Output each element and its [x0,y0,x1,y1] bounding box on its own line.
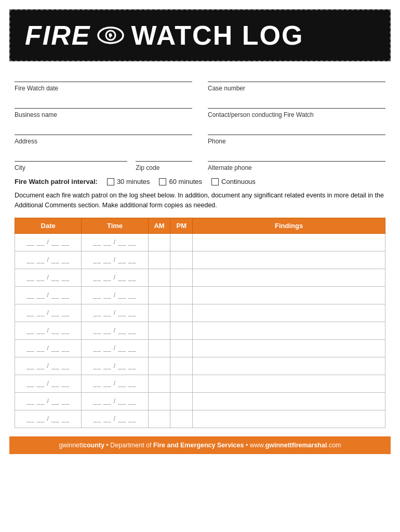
cell-pm[interactable] [170,251,193,269]
cell-findings[interactable] [193,339,385,357]
table-row: __ __ / __ __ __ __ / __ __ [15,339,385,357]
cell-findings[interactable] [193,286,385,304]
case-number-label: Case number [208,85,385,92]
fire-watch-date-input[interactable] [15,71,192,82]
cell-date[interactable]: __ __ / __ __ [15,286,82,304]
patrol-30min-checkbox[interactable] [107,178,114,185]
table-row: __ __ / __ __ __ __ / __ __ [15,269,385,286]
patrol-60min-option[interactable]: 60 minutes [159,178,202,185]
cell-findings[interactable] [193,269,385,286]
cell-time[interactable]: __ __ / __ __ [82,375,148,392]
phone-input[interactable] [208,124,385,135]
city-label: City [15,164,127,171]
fire-watch-date-label: Fire Watch date [15,85,192,92]
cell-pm[interactable] [170,375,193,392]
cell-am[interactable] [148,392,170,410]
instructions-text: Document each fire watch patrol on the l… [15,191,385,210]
cell-am[interactable] [148,410,170,428]
patrol-continuous-checkbox[interactable] [211,178,219,185]
cell-pm[interactable] [170,357,193,375]
case-number-field: Case number [208,71,385,92]
table-row: __ __ / __ __ __ __ / __ __ [15,322,385,339]
cell-pm[interactable] [170,392,193,410]
cell-time[interactable]: __ __ / __ __ [82,392,148,410]
patrol-continuous-option[interactable]: Continuous [211,178,256,185]
zip-field: Zip code [136,150,192,171]
footer-bar: gwinnettcounty • Department of Fire and … [9,436,391,454]
patrol-60min-label: 60 minutes [169,178,202,185]
zip-input[interactable] [136,150,192,162]
zip-label: Zip code [136,164,192,171]
cell-pm[interactable] [170,322,193,339]
cell-am[interactable] [148,269,170,286]
cell-findings[interactable] [193,322,385,339]
col-header-pm: PM [170,218,193,233]
business-name-input[interactable] [15,97,192,109]
cell-findings[interactable] [193,410,385,428]
cell-date[interactable]: __ __ / __ __ [15,357,82,375]
cell-date[interactable]: __ __ / __ __ [15,304,82,322]
cell-findings[interactable] [193,251,385,269]
form-area: Fire Watch date Case number Business nam… [0,61,400,436]
table-row: __ __ / __ __ __ __ / __ __ [15,286,385,304]
cell-time[interactable]: __ __ / __ __ [82,233,148,251]
cell-pm[interactable] [170,233,193,251]
table-row: __ __ / __ __ __ __ / __ __ [15,304,385,322]
address-input[interactable] [15,124,192,135]
table-row: __ __ / __ __ __ __ / __ __ [15,233,385,251]
cell-findings[interactable] [193,392,385,410]
cell-date[interactable]: __ __ / __ __ [15,339,82,357]
cell-date[interactable]: __ __ / __ __ [15,392,82,410]
phone-field: Phone [208,124,385,145]
cell-date[interactable]: __ __ / __ __ [15,375,82,392]
patrol-continuous-label: Continuous [221,178,256,185]
cell-am[interactable] [148,251,170,269]
cell-am[interactable] [148,375,170,392]
cell-time[interactable]: __ __ / __ __ [82,322,148,339]
cell-am[interactable] [148,339,170,357]
cell-am[interactable] [148,286,170,304]
patrol-30min-option[interactable]: 30 minutes [107,178,150,185]
cell-time[interactable]: __ __ / __ __ [82,286,148,304]
alt-phone-input[interactable] [208,150,385,162]
footer-url: www.gwinnettfiremarshal.com [250,442,341,449]
cell-pm[interactable] [170,304,193,322]
patrol-interval-row: Fire Watch patrol interval: 30 minutes 6… [15,178,385,185]
patrol-60min-checkbox[interactable] [159,178,166,185]
cell-am[interactable] [148,233,170,251]
log-table: Date Time AM PM Findings __ __ / __ __ _… [15,218,385,428]
cell-pm[interactable] [170,339,193,357]
cell-pm[interactable] [170,410,193,428]
alt-phone-label: Alternate phone [208,164,385,171]
cell-am[interactable] [148,304,170,322]
alt-phone-field: Alternate phone [208,150,385,171]
cell-time[interactable]: __ __ / __ __ [82,410,148,428]
cell-date[interactable]: __ __ / __ __ [15,251,82,269]
cell-date[interactable]: __ __ / __ __ [15,233,82,251]
fire-watch-date-field: Fire Watch date [15,71,192,92]
cell-pm[interactable] [170,286,193,304]
city-input[interactable] [15,150,127,162]
col-header-date: Date [15,218,82,233]
cell-findings[interactable] [193,357,385,375]
table-header-row: Date Time AM PM Findings [15,218,385,233]
contact-input[interactable] [208,97,385,109]
cell-pm[interactable] [170,269,193,286]
cell-time[interactable]: __ __ / __ __ [82,269,148,286]
address-field: Address [15,124,192,145]
cell-time[interactable]: __ __ / __ __ [82,304,148,322]
cell-time[interactable]: __ __ / __ __ [82,357,148,375]
cell-date[interactable]: __ __ / __ __ [15,269,82,286]
cell-findings[interactable] [193,233,385,251]
cell-findings[interactable] [193,375,385,392]
col-header-findings: Findings [193,218,385,233]
cell-time[interactable]: __ __ / __ __ [82,251,148,269]
cell-time[interactable]: __ __ / __ __ [82,339,148,357]
case-number-input[interactable] [208,71,385,82]
cell-date[interactable]: __ __ / __ __ [15,410,82,428]
cell-date[interactable]: __ __ / __ __ [15,322,82,339]
cell-am[interactable] [148,322,170,339]
header-watch-log-text: WATCH LOG [131,20,303,51]
cell-am[interactable] [148,357,170,375]
cell-findings[interactable] [193,304,385,322]
